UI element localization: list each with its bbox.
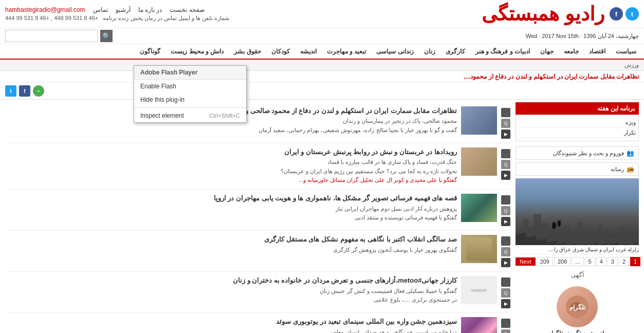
headphone-icon-6[interactable]: 🎧 [501, 319, 510, 328]
telegram-circle: تلگرام [557, 286, 598, 327]
nav-adabiat[interactable]: ادبیات و فرهنگ و هنر [470, 44, 535, 59]
film-icon-5[interactable]: ▶ [501, 299, 510, 308]
nav-eghtesad[interactable]: اقتصاد [584, 44, 611, 59]
nav-zanan[interactable]: زنان [419, 44, 440, 59]
twitter-icon[interactable]: t [625, 7, 639, 21]
inspect-shortcut: Ctrl+Shift+C [209, 113, 240, 119]
enable-flash-label: Enable Flash [140, 83, 176, 90]
article-sub-2: جنگ قدرت، فساد و پاک سازی ها در قالب مبا… [5, 158, 457, 166]
page-2[interactable]: 2 [619, 257, 629, 266]
nav-contact-link[interactable]: تماس [93, 6, 108, 13]
earthquake-caption[interactable]: زلزله غرب ایران و شمال شرق عراق را.... [516, 245, 639, 254]
page-208[interactable]: 208 [554, 257, 571, 266]
q-icon-6[interactable]: Q [501, 329, 510, 333]
q-icon-3[interactable]: Q [501, 206, 510, 215]
nav-varzesh[interactable]: ورزش [624, 62, 639, 68]
search-input[interactable] [5, 30, 98, 42]
context-menu-enable-flash[interactable]: Enable Flash [134, 80, 246, 93]
film-icon-4[interactable]: ▶ [501, 258, 510, 267]
page-5[interactable]: 5 [585, 257, 595, 266]
article-icons-4: 🎧 Q ▶ [501, 236, 510, 267]
header: t f رادیو همبستگی صفحه نخست در باره ما آ… [0, 0, 644, 100]
telegram-section: تلگرام رادیو همبستگی در تلگرام [516, 286, 639, 333]
article-title-3[interactable]: قصه های فهمیه فرسائی تصویر گر مشکل ها، ن… [5, 194, 457, 203]
article-icons-2: 🎧 Q ▶ [501, 149, 510, 180]
headphone-icon-5[interactable]: 🎧 [501, 278, 510, 287]
forum-label: فوروم و بحث و نظر شنیوندگان [553, 150, 624, 157]
context-menu-inspect[interactable]: Inspect element Ctrl+Shift+C [134, 109, 246, 122]
svg-text:تلگرام: تلگرام [569, 303, 586, 311]
page-3[interactable]: 3 [608, 257, 618, 266]
rasaneh-link[interactable]: 📻 رسانه [516, 162, 639, 176]
forum-link[interactable]: 👥 فوروم و بحث و نظر شنیوندگان [516, 146, 639, 160]
nav-zandani[interactable]: زندانی سیاسی [371, 44, 418, 59]
article-title-4[interactable]: صد سالگی انقلاب اکتبر با نگاهی به مفهوم … [5, 235, 457, 244]
twitter-share-icon[interactable]: t [5, 85, 16, 97]
article-sub2-5: در جستجوی برابری ....، بلوغ غلامی [5, 296, 457, 304]
breaking-label: تظاهرات مقابل سمارت ایران در استکهلم و ل… [464, 73, 639, 80]
green-share-icon[interactable]: + [33, 85, 44, 97]
nav-tabid[interactable]: تبعید و مهاجرت [322, 44, 372, 59]
nav-danesh[interactable]: دانش و محیط زیست [165, 44, 229, 59]
telegram-label: رادیو همبستگی در تلگرام [516, 330, 639, 333]
page-4[interactable]: 4 [596, 257, 606, 266]
logo[interactable]: رادیو همبستگی [482, 3, 604, 25]
program-list: ویژه تکرار [516, 115, 639, 141]
program-item-vighe: ویژه [519, 118, 636, 128]
nav-siasat[interactable]: سیاست [611, 44, 641, 59]
q-icon-2[interactable]: Q [501, 160, 510, 169]
headphone-icon-4[interactable]: 🎧 [501, 236, 510, 246]
nav-hoghoogh[interactable]: حقوق بشر [229, 44, 266, 59]
headphone-icon-3[interactable]: 🎧 [501, 195, 510, 205]
hide-plugin-label: Hide this plug-in [140, 96, 185, 103]
page-1[interactable]: 1 [630, 257, 640, 266]
article-item: 🎧 Q ▶ تظاهرات مقابل سمارت ایران در استکه… [5, 102, 510, 143]
article-item: 🎧 Q ▶ قصه های فهمیه فرسائی تصویر گر مشکل… [5, 190, 510, 231]
article-sub-3: پژوهش درباره آثار ادبی نسل دوم مهاجران ا… [5, 205, 457, 213]
article-thumb-4 [461, 235, 497, 263]
film-icon-1[interactable]: ▶ [501, 130, 510, 139]
nav-kargari[interactable]: کارگری [440, 44, 470, 59]
article-thumb-3 [461, 194, 497, 222]
nav-jahan[interactable]: جهان [535, 44, 559, 59]
nav-gonagun[interactable]: گوناگون [135, 44, 165, 59]
film-icon-2[interactable]: ▶ [501, 171, 510, 180]
nav-jame[interactable]: جامعه [559, 44, 584, 59]
nav-koodak[interactable]: کودکان [266, 44, 295, 59]
article-title-2[interactable]: رویدادها در عربستان و نبش در روابط پرنبش… [5, 147, 457, 157]
page-209[interactable]: 209 [537, 257, 553, 266]
social-bar: t f + [0, 83, 644, 99]
search-button[interactable]: 🔍 [100, 30, 113, 42]
search-area: 🔍 [5, 30, 113, 42]
nav-about-link[interactable]: در باره ما [138, 6, 162, 13]
article-title-6[interactable]: سیزدهمین جشن واره بین المللی سینمای تبعی… [5, 317, 457, 326]
agahi-label: آگهی [516, 269, 639, 281]
facebook-icon[interactable]: f [610, 7, 623, 21]
date-display: چهارشنبه، 24 آبان 1396 · Wed · 2017 Nov … [526, 33, 639, 40]
agahi-section: آگهی [516, 269, 639, 281]
article-sub-5: گفتگو با حمیلا بسکیلی فعال فمینیست و کنش… [5, 287, 457, 295]
film-icon-3[interactable]: ▶ [501, 217, 510, 226]
article-icons-5: 🎧 Q ▶ [501, 278, 510, 308]
context-menu-hide-plugin[interactable]: Hide this plug-in [134, 93, 246, 106]
nav-andishe[interactable]: اندیشه [295, 44, 322, 59]
q-icon-4[interactable]: Q [501, 247, 510, 256]
program-section: برنامه این هفته ویژه تکرار [516, 102, 639, 141]
q-icon-1[interactable]: Q [501, 119, 510, 128]
facebook-share-icon[interactable]: f [19, 85, 30, 97]
top-nav-area: صفحه نخست در باره ما آرشیو تماس hambaste… [5, 6, 229, 22]
email: hambastegiradio@gmail.com [5, 6, 85, 13]
article-icons-6: 🎧 Q ▶ [501, 319, 510, 333]
headphone-icon-2[interactable]: 🎧 [501, 149, 510, 158]
q-icon-5[interactable]: Q [501, 288, 510, 298]
nav-archive-link[interactable]: آرشیو [116, 6, 131, 13]
article-title-5[interactable]: کارزار جهانی#metoo،آزارهای جنسی و تعرض م… [5, 276, 457, 285]
context-menu: Adobe Flash Player Enable Flash Hide thi… [134, 65, 247, 123]
article-content-3: قصه های فهمیه فرسائی تصویر گر مشکل ها، ن… [5, 194, 457, 223]
article-content-5: کارزار جهانی#metoo،آزارهای جنسی و تعرض م… [5, 276, 457, 305]
page-next-btn[interactable]: Next [516, 257, 536, 266]
nav-home-link[interactable]: صفحه نخست [170, 6, 204, 13]
article-thumb-6 [461, 317, 497, 333]
article-content-6: سیزدهمین جشن واره بین المللی سینمای تبعی… [5, 317, 457, 333]
headphone-icon-1[interactable]: 🎧 [501, 108, 510, 117]
